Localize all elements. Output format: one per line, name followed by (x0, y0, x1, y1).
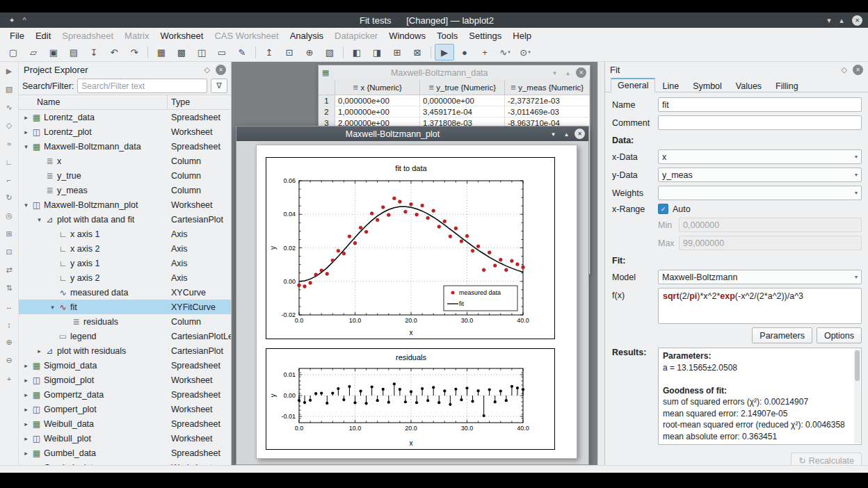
tree-row-sigmoid-plot[interactable]: ▸◫Sigmoid_plotWorksheet (19, 373, 231, 387)
close-dock-icon[interactable]: ✕ (216, 65, 226, 75)
expand-arrow-icon[interactable]: ▸ (22, 362, 31, 369)
maximize-icon[interactable]: ▴ (563, 70, 573, 76)
model-combobox[interactable]: Maxwell-Boltzmann▾ (658, 270, 862, 284)
xy-curve-tool-icon[interactable]: ∿ (2, 101, 16, 113)
menu-settings[interactable]: Settings (463, 29, 507, 42)
maximize-icon[interactable]: ▴ (835, 16, 848, 25)
row-number[interactable]: 1 (319, 95, 335, 106)
float-dock-icon[interactable]: ◇ (842, 65, 847, 74)
new-file-icon[interactable]: ▢ (3, 44, 23, 60)
tree-row-lorentz-plot[interactable]: ▸◫Lorentz_plotWorksheet (19, 124, 231, 139)
target-tool-icon[interactable]: ◎ (2, 210, 16, 222)
tree-row-gumbel-data[interactable]: ▸▦Gumbel_dataSpreadsheet (19, 446, 231, 460)
data-point-tool-icon[interactable]: ◇ (2, 120, 16, 131)
cell[interactable]: 0,000000e+00 (420, 95, 505, 106)
zoom-out-tool-icon[interactable]: ⊖ (2, 355, 16, 366)
zoom-in-tool-icon[interactable]: ⊕ (2, 336, 16, 348)
navigate-pointer-icon[interactable]: ▶ (435, 44, 454, 60)
pin-icon[interactable]: ✦ (6, 16, 18, 25)
tree-row-plot-with-data-and-fit[interactable]: ▾⊿plot with data and fitCartesianPlot (19, 212, 231, 227)
tree-row-weibull-data[interactable]: ▸▦Weibull_dataSpreadsheet (19, 416, 231, 431)
tree-row-gumbel-plot[interactable]: ▸◫Gumbel_plotWorksheet (19, 460, 231, 465)
new-worksheet-icon[interactable]: ◫ (192, 44, 211, 60)
maximize-icon[interactable]: ▴ (561, 131, 572, 138)
collapse-arrow-icon[interactable]: ▾ (22, 202, 31, 209)
search-input[interactable]: Search/Filter text (77, 79, 207, 93)
menu-cas-worksheet[interactable]: CAS Worksheet (209, 29, 284, 42)
menu-edit[interactable]: Edit (30, 29, 56, 42)
cell[interactable]: -2,373721e-03 (505, 95, 590, 106)
magnification-icon[interactable]: ⊙▾ (515, 44, 535, 60)
tree-row-y-axis-2[interactable]: ∟y axis 2Axis (19, 270, 231, 285)
open-file-icon[interactable]: ▱ (24, 44, 43, 60)
save-as-icon[interactable]: ▤ (64, 44, 83, 60)
pan-vertical-tool-icon[interactable]: ↕ (2, 318, 16, 330)
results-scrollbar[interactable] (854, 349, 860, 444)
cell[interactable]: 0,000000e+00 (335, 95, 420, 106)
new-spreadsheet-icon[interactable]: ▦ (152, 44, 171, 60)
minimize-icon[interactable]: ▾ (548, 131, 558, 138)
tree-row-lorentz-data[interactable]: ▸▦Lorentz_dataSpreadsheet (19, 110, 231, 124)
new-matrix-icon[interactable]: ▩ (172, 44, 191, 60)
fit-plot-area[interactable]: fit to data0.010.020.030.040.0-0.020.000… (266, 157, 555, 339)
expand-arrow-icon[interactable]: ▸ (22, 450, 31, 457)
collapse-arrow-icon[interactable]: ▾ (35, 216, 44, 223)
menu-analysis[interactable]: Analysis (284, 29, 329, 42)
new-datapicker-icon[interactable]: ✎ (232, 44, 252, 60)
grid-tool-icon[interactable]: ⊞ (2, 228, 16, 240)
tree-row-gompertz-data[interactable]: ▸▦Gompertz_dataSpreadsheet (19, 387, 231, 402)
new-note-icon[interactable]: ▭ (212, 44, 232, 60)
filter-options-button[interactable]: ∇ (211, 79, 227, 93)
fit-results[interactable]: Parameters:a = 13.1565±2.0508 Goodness o… (658, 348, 862, 445)
tree-row-measured-data[interactable]: ∿measured dataXYCurve (19, 285, 231, 300)
select-region-icon[interactable]: ▧ (320, 44, 339, 60)
smooth-curve-tool-icon[interactable]: ≈ (2, 138, 16, 149)
menu-worksheet[interactable]: Worksheet (154, 29, 209, 42)
tree-row-y-true[interactable]: ≣y_trueColumn (19, 168, 231, 183)
rotate-tool-icon[interactable]: ↻ (2, 192, 16, 204)
y-data-combobox[interactable]: y_meas▾ (658, 168, 862, 182)
tab-values[interactable]: Values (729, 79, 769, 92)
tree-row-y-axis-1[interactable]: ∟y axis 1Axis (19, 256, 231, 270)
x-data-combobox[interactable]: x▾ (658, 149, 862, 164)
spreadsheet-column-header[interactable]: ≣x {Numeric} (335, 80, 420, 95)
name-input[interactable]: fit (658, 97, 862, 112)
tree-row-gompert-plot[interactable]: ▸◫Gompert_plotWorksheet (19, 402, 231, 416)
export-icon[interactable]: ↥ (259, 44, 279, 60)
collapse-arrow-icon[interactable]: ▾ (22, 143, 31, 150)
residuals-plot-area[interactable]: residuals0.010.020.030.040.0-0.010.000.0… (266, 348, 555, 450)
tree-row-legend[interactable]: ▭legendCartesianPlotLegend (19, 329, 231, 343)
expand-arrow-icon[interactable]: ▸ (22, 377, 31, 384)
column-header-type[interactable]: Type (168, 95, 231, 109)
collapse-arrow-icon[interactable]: ▾ (48, 304, 57, 311)
menu-windows[interactable]: Windows (383, 29, 431, 42)
shade-icon[interactable]: ^ (18, 16, 31, 24)
x-axis-tool-icon[interactable]: ⌐ (2, 174, 16, 186)
tree-row-maxwell-boltzmann-plot[interactable]: ▾◫Maxwell-Boltzmann_plotWorksheet (19, 197, 231, 212)
tree-row-plot-with-residuals[interactable]: ▸⊿plot with residualsCartesianPlot (19, 343, 231, 358)
undo-icon[interactable]: ↶ (104, 44, 124, 60)
min-input[interactable]: 0,000000 (679, 218, 862, 232)
menu-help[interactable]: Help (507, 29, 537, 42)
close-dock-icon[interactable]: ✕ (853, 65, 863, 75)
redo-icon[interactable]: ↷ (124, 44, 144, 60)
expand-arrow-icon[interactable]: ▸ (22, 114, 31, 121)
cell[interactable]: 3,459171e-04 (420, 106, 505, 117)
max-input[interactable]: 99,000000 (679, 236, 862, 250)
close-window-button[interactable]: ✕ (852, 15, 862, 26)
cell[interactable]: -3,011469e-03 (505, 106, 590, 117)
import-icon[interactable]: ↧ (84, 44, 104, 60)
spreadsheet-window-titlebar[interactable]: ▦ Maxwell-Boltzmann_data ▾ ▴ ✕ (319, 65, 590, 80)
break-layout-icon[interactable]: ⊠ (408, 44, 427, 60)
pointer-tool-icon[interactable]: ▶ (2, 65, 16, 77)
zoom-select-icon[interactable]: ⊕ (300, 44, 319, 60)
tree-row-sigmoid-data[interactable]: ▸▦Sigmoid_dataSpreadsheet (19, 358, 231, 373)
spreadsheet-column-header[interactable]: ≣y_meas {Numeric} (505, 80, 590, 95)
tab-general[interactable]: General (611, 78, 655, 92)
tree-row-fit[interactable]: ▾∿fitXYFitCurve (19, 300, 231, 314)
auto-checkbox[interactable]: ✓ (658, 204, 668, 214)
tree-row-residuals[interactable]: ≣residualsColumn (19, 314, 231, 329)
comment-input[interactable] (658, 115, 862, 130)
zoom-mode-icon[interactable]: ● (455, 44, 474, 60)
swap-horizontal-tool-icon[interactable]: ⇄ (2, 264, 16, 276)
